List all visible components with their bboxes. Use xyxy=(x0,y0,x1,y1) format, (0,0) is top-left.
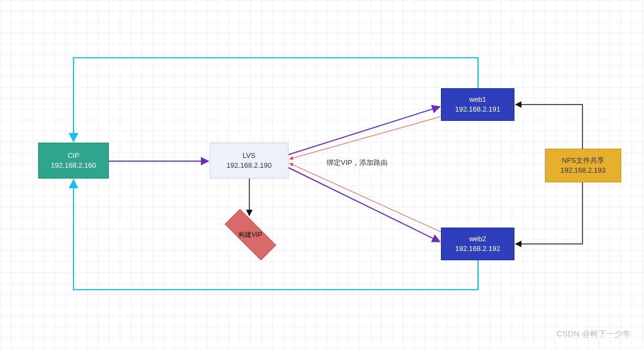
node-ip: 192.168.2.191 xyxy=(455,105,500,114)
node-title: NFS文件共享 xyxy=(562,156,604,166)
node-ip: 192.168.2.190 xyxy=(226,161,272,170)
edge-nfs-to-web1 xyxy=(516,105,582,149)
node-cip[interactable]: CIP 192.168.2.160 xyxy=(38,143,109,179)
edge-lvs-to-web2 xyxy=(289,168,440,242)
node-web1[interactable]: web1 192.168.2.191 xyxy=(441,88,514,121)
node-lvs[interactable]: LVS 192.168.2.190 xyxy=(210,143,289,179)
node-vip[interactable]: 构建VIP xyxy=(225,217,276,253)
label-bind-vip: 绑定VIP，添加路由 xyxy=(327,158,388,168)
node-nfs[interactable]: NFS文件共享 192.168.2.193 xyxy=(545,149,621,182)
node-title: LVS xyxy=(243,151,256,161)
node-label: 构建VIP xyxy=(225,217,276,253)
node-title: web1 xyxy=(469,95,486,105)
node-title: CIP xyxy=(68,151,79,161)
edge-web1-to-cip xyxy=(73,58,478,142)
edge-web1-to-lvs xyxy=(290,117,441,159)
edge-lvs-to-web1 xyxy=(289,107,440,155)
node-title: web2 xyxy=(469,234,486,244)
edge-web2-to-lvs xyxy=(290,163,441,232)
node-ip: 192.168.2.160 xyxy=(51,161,96,170)
node-ip: 192.168.2.192 xyxy=(455,244,500,254)
edge-nfs-to-web2 xyxy=(516,182,582,244)
diagram-canvas: { "nodes": { "cip": {"title":"CIP","ip":… xyxy=(0,0,644,349)
watermark: CSDN @树下一少年 xyxy=(556,329,631,339)
node-ip: 192.168.2.193 xyxy=(560,166,605,175)
node-web2[interactable]: web2 192.168.2.192 xyxy=(441,228,514,260)
